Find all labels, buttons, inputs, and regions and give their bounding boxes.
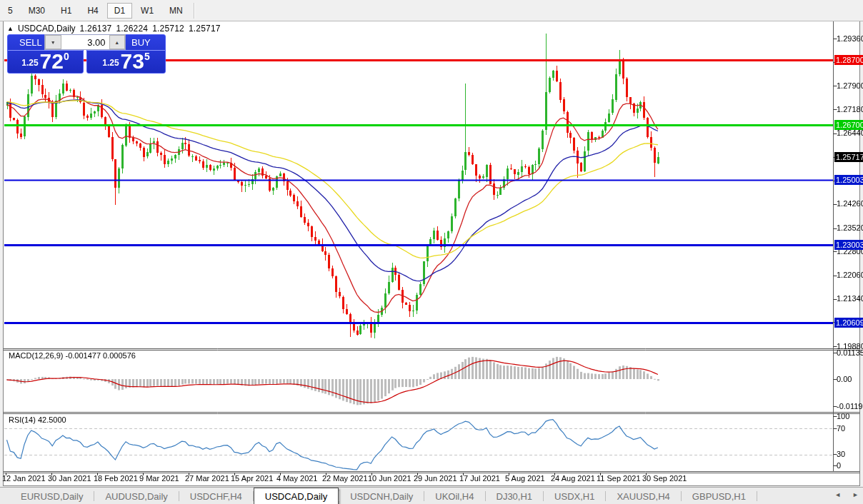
date-axis-tick: 10 Jun 2021 — [368, 474, 411, 483]
volume-increase-button[interactable]: ▲ — [109, 35, 126, 49]
tab-eurusd-daily[interactable]: EURUSD,Daily — [10, 488, 94, 504]
macd-label: MACD(12,26,9) -0.001477 0.000576 — [9, 351, 136, 360]
chart-title: ▲ USDCAD,Daily 1.26137 1.26224 1.25712 1… — [7, 24, 221, 34]
rsi-axis-tick: 70 — [837, 424, 845, 433]
rsi-label: RSI(14) 42.5000 — [9, 415, 66, 424]
date-axis-tick: 22 May 2021 — [322, 474, 368, 483]
price-axis-tick: 1.24260 — [837, 199, 863, 208]
macd-axis-tick: 0.00 — [837, 375, 852, 383]
price-axis-tick: 1.21340 — [837, 294, 863, 303]
collapse-panel-icon[interactable]: ▲ — [7, 25, 14, 32]
tab-dj30-h1[interactable]: DJ30,H1 — [486, 488, 544, 504]
date-axis-tick: 18 Feb 2021 — [94, 474, 138, 483]
timeframe-button-h4[interactable]: H4 — [80, 3, 105, 19]
price-badge-1.25003: 1.25003 — [834, 175, 863, 185]
buy-price-sup: 5 — [144, 51, 150, 62]
rsi-axis-tick: 0 — [837, 461, 841, 470]
mt4-window: 5M30H1H4D1W1MN ▲ USDCAD,Daily 1.26137 1.… — [0, 0, 863, 504]
sell-price: 1.25 72 0 — [8, 50, 83, 73]
tab-divider — [757, 491, 757, 501]
tab-usdcnh-daily[interactable]: USDCNH,Daily — [339, 488, 424, 504]
sell-button-label: SELL — [19, 37, 42, 48]
macd-axis-tick: 0.01135 — [837, 348, 863, 357]
timeframe-button-d1[interactable]: D1 — [107, 3, 132, 19]
price-axis-tick: 1.29360 — [837, 34, 863, 43]
rsi-axis-tick: 30 — [837, 450, 845, 458]
scroll-right-icon[interactable]: ► — [852, 491, 859, 498]
tab-audusd-daily[interactable]: AUDUSD,Daily — [94, 488, 178, 504]
date-axis-tick: 24 Aug 2021 — [551, 474, 595, 483]
toolbar-separator — [194, 3, 195, 19]
timeframe-button-h1[interactable]: H1 — [54, 3, 79, 19]
date-axis-tick: 27 Mar 2021 — [185, 474, 229, 483]
price-axis-tick: 1.27900 — [837, 81, 863, 90]
tab-xauusd-h4[interactable]: XAUUSD,H4 — [606, 488, 680, 504]
timeframe-button-5[interactable]: 5 — [1, 3, 20, 19]
chart-tab-bar: EURUSD,DailyAUDUSD,DailyUSDCHF,H4USDCAD,… — [0, 487, 863, 504]
buy-button-label: BUY — [131, 37, 151, 48]
buy-price-big: 73 — [121, 52, 144, 71]
buy-price: 1.25 73 5 — [87, 50, 165, 73]
macd-axis-tick: -0.01190 — [837, 402, 863, 410]
price-axis-tick: 1.22060 — [837, 271, 863, 279]
date-axis-tick: 30 Sep 2021 — [642, 474, 687, 483]
date-axis-tick: 9 Mar 2021 — [139, 474, 179, 483]
tab-gbpusd-h1[interactable]: GBPUSD,H1 — [682, 488, 757, 504]
sell-price-small: 1.25 — [21, 58, 38, 68]
tab-usdcad-daily[interactable]: USDCAD,Daily — [254, 488, 339, 504]
timeframe-button-w1[interactable]: W1 — [134, 3, 161, 19]
date-axis-tick: 11 Sep 2021 — [597, 474, 641, 483]
price-badge-1.20609: 1.20609 — [834, 318, 863, 328]
volume-decrease-button[interactable]: ▼ — [45, 35, 61, 49]
tab-usdchf-h4[interactable]: USDCHF,H4 — [179, 488, 253, 504]
date-axis-tick: 30 Jan 2021 — [48, 474, 91, 483]
date-axis-tick: 12 Jan 2021 — [2, 474, 46, 483]
price-badge-1.26700: 1.26700 — [834, 120, 863, 130]
tab-scroll-arrows: ◄ ► — [834, 491, 859, 498]
ohlc-low: 1.25712 — [152, 24, 184, 34]
volume-input[interactable] — [61, 35, 109, 49]
sell-price-big: 72 — [40, 52, 64, 71]
chart-canvas[interactable] — [0, 0, 863, 504]
date-axis-tick: 17 Jul 2021 — [459, 474, 500, 483]
date-axis-tick: 4 May 2021 — [276, 474, 317, 483]
price-axis-tick: 1.26440 — [837, 128, 863, 137]
timeframe-button-m30[interactable]: M30 — [21, 3, 52, 19]
price-badge-1.28700: 1.28700 — [834, 55, 863, 65]
price-axis-tick: 1.23520 — [837, 223, 863, 232]
price-axis-tick: 1.27180 — [837, 105, 863, 114]
date-axis-tick: 15 Apr 2021 — [231, 474, 273, 483]
buy-price-small: 1.25 — [102, 58, 119, 68]
sell-price-sup: 0 — [64, 51, 69, 62]
symbol-label: USDCAD,Daily — [18, 24, 76, 34]
price-badge-1.25717: 1.25717 — [834, 152, 863, 162]
tab-usdx-h1[interactable]: USDX,H1 — [544, 488, 605, 504]
tab-ukoil-h4[interactable]: UKOil,H4 — [424, 488, 484, 504]
rsi-axis-tick: 100 — [837, 412, 849, 420]
timeframe-toolbar: 5M30H1H4D1W1MN — [0, 0, 863, 21]
price-badge-1.23003: 1.23003 — [834, 240, 863, 250]
date-axis-tick: 29 Jun 2021 — [414, 474, 457, 483]
timeframe-button-mn[interactable]: MN — [162, 3, 190, 19]
ohlc-open: 1.26137 — [80, 24, 112, 34]
one-click-trading-panel: SELL 1.25 72 0 BUY 1.25 73 5 ▼ ▲ — [7, 34, 166, 74]
ohlc-high: 1.26224 — [116, 24, 148, 34]
ohlc-close: 1.25717 — [189, 24, 221, 34]
scroll-left-icon[interactable]: ◄ — [834, 491, 841, 498]
date-axis-tick: 5 Aug 2021 — [505, 474, 545, 483]
volume-control: ▼ ▲ — [44, 34, 126, 50]
